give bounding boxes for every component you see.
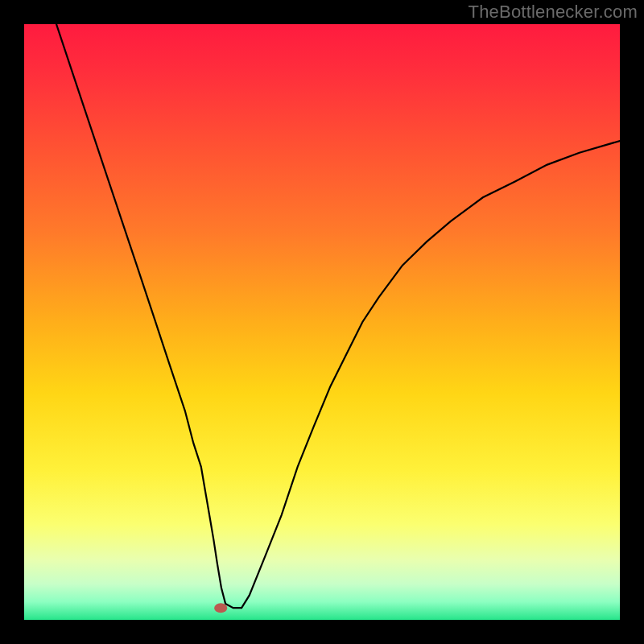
plot-area bbox=[24, 24, 620, 620]
gradient-background bbox=[24, 24, 620, 620]
optimal-marker bbox=[214, 603, 227, 613]
chart-frame: TheBottlenecker.com bbox=[0, 0, 644, 644]
chart-svg bbox=[24, 24, 620, 620]
watermark-text: TheBottlenecker.com bbox=[469, 2, 638, 23]
